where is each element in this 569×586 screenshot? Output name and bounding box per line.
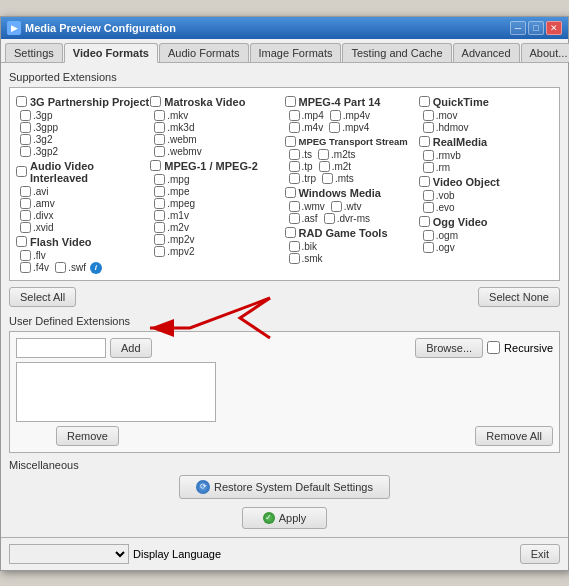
check-swf[interactable]	[55, 262, 66, 273]
close-button[interactable]: ✕	[546, 21, 562, 35]
ext-mk3d: .mk3d	[150, 122, 284, 133]
check-ogv[interactable]	[423, 242, 434, 253]
check-flash-group[interactable]	[16, 236, 27, 247]
check-mpv2[interactable]	[154, 246, 165, 257]
group-video-object: Video Object	[419, 176, 553, 188]
check-ts[interactable]	[289, 149, 300, 160]
check-mpeg-ts-group[interactable]	[285, 136, 296, 147]
check-mk3d[interactable]	[154, 122, 165, 133]
tab-settings[interactable]: Settings	[5, 43, 63, 62]
check-windows-media-group[interactable]	[285, 187, 296, 198]
check-matroska-group[interactable]	[150, 96, 161, 107]
check-f4v[interactable]	[20, 262, 31, 273]
check-smk[interactable]	[289, 253, 300, 264]
check-evo[interactable]	[423, 202, 434, 213]
check-mpv4[interactable]	[329, 122, 340, 133]
tab-advanced[interactable]: Advanced	[453, 43, 520, 62]
check-avi-group[interactable]	[16, 166, 27, 177]
check-mov[interactable]	[423, 110, 434, 121]
check-webm[interactable]	[154, 134, 165, 145]
apply-button[interactable]: ✓ Apply	[242, 507, 328, 529]
check-wmv[interactable]	[289, 201, 300, 212]
swf-info-icon[interactable]: i	[90, 262, 102, 274]
check-rad-group[interactable]	[285, 227, 296, 238]
check-m2v[interactable]	[154, 222, 165, 233]
check-mpeg[interactable]	[154, 198, 165, 209]
check-video-object-group[interactable]	[419, 176, 430, 187]
check-divx[interactable]	[20, 210, 31, 221]
check-3g2[interactable]	[20, 134, 31, 145]
user-defined-area: Add Browse... Recursive Remove Remove Al…	[9, 331, 560, 453]
check-mts[interactable]	[322, 173, 333, 184]
check-ogg-video-group[interactable]	[419, 216, 430, 227]
check-m1v[interactable]	[154, 210, 165, 221]
check-mp4v[interactable]	[330, 110, 341, 121]
restore-button[interactable]: ⟳ Restore System Default Settings	[179, 475, 390, 499]
tab-image-formats[interactable]: Image Formats	[250, 43, 342, 62]
supported-extensions-label: Supported Extensions	[9, 71, 560, 83]
minimize-button[interactable]: ─	[510, 21, 526, 35]
ext-mpeg: .mpeg	[150, 198, 284, 209]
ext-trp: .trp .mts	[285, 173, 419, 184]
check-rmvb[interactable]	[423, 150, 434, 161]
check-quicktime-group[interactable]	[419, 96, 430, 107]
check-m2t[interactable]	[319, 161, 330, 172]
check-avi[interactable]	[20, 186, 31, 197]
tab-testing-cache[interactable]: Testing and Cache	[342, 43, 451, 62]
ext-vob: .vob	[419, 190, 553, 201]
remove-button[interactable]: Remove	[56, 426, 119, 446]
check-vob[interactable]	[423, 190, 434, 201]
ext-col-3: MPEG-4 Part 14 .mp4 .mp4v .m4v .mpv4	[285, 94, 419, 274]
remove-all-button[interactable]: Remove All	[475, 426, 553, 446]
ext-m1v: .m1v	[150, 210, 284, 221]
user-ext-list[interactable]	[16, 362, 216, 422]
check-mpg[interactable]	[154, 174, 165, 185]
check-3gp2[interactable]	[20, 146, 31, 157]
check-realmedia-group[interactable]	[419, 136, 430, 147]
check-trp[interactable]	[289, 173, 300, 184]
check-m2ts[interactable]	[318, 149, 329, 160]
ext-webm: .webm	[150, 134, 284, 145]
check-rm[interactable]	[423, 162, 434, 173]
check-tp[interactable]	[289, 161, 300, 172]
check-amv[interactable]	[20, 198, 31, 209]
ext-evo: .evo	[419, 202, 553, 213]
ext-3g2: .3g2	[16, 134, 150, 145]
check-3gp[interactable]	[20, 110, 31, 121]
check-mp4[interactable]	[289, 110, 300, 121]
check-xvid[interactable]	[20, 222, 31, 233]
group-rad: RAD Game Tools	[285, 227, 419, 239]
check-webmv[interactable]	[154, 146, 165, 157]
check-m4v[interactable]	[289, 122, 300, 133]
browse-button[interactable]: Browse...	[415, 338, 483, 358]
check-mkv[interactable]	[154, 110, 165, 121]
select-all-button[interactable]: Select All	[9, 287, 76, 307]
user-input-row: Add Browse... Recursive	[16, 338, 553, 358]
user-defined-label: User Defined Extensions	[9, 315, 560, 327]
bottom-bar: Display Language Exit	[1, 537, 568, 570]
check-wtv[interactable]	[331, 201, 342, 212]
language-dropdown[interactable]	[9, 544, 129, 564]
maximize-button[interactable]: □	[528, 21, 544, 35]
check-dvr-ms[interactable]	[324, 213, 335, 224]
recursive-checkbox[interactable]	[487, 341, 500, 354]
add-button[interactable]: Add	[110, 338, 152, 358]
check-3g-group[interactable]	[16, 96, 27, 107]
check-hdmov[interactable]	[423, 122, 434, 133]
tab-audio-formats[interactable]: Audio Formats	[159, 43, 249, 62]
check-asf[interactable]	[289, 213, 300, 224]
user-ext-input[interactable]	[16, 338, 106, 358]
tab-video-formats[interactable]: Video Formats	[64, 43, 158, 63]
check-mpe[interactable]	[154, 186, 165, 197]
check-mp2v[interactable]	[154, 234, 165, 245]
group-windows-media: Windows Media	[285, 187, 419, 199]
check-ogm[interactable]	[423, 230, 434, 241]
check-mpeg4-group[interactable]	[285, 96, 296, 107]
check-flv[interactable]	[20, 250, 31, 261]
check-mpeg12-group[interactable]	[150, 160, 161, 171]
exit-button[interactable]: Exit	[520, 544, 560, 564]
check-bik[interactable]	[289, 241, 300, 252]
select-none-button[interactable]: Select None	[478, 287, 560, 307]
tab-about[interactable]: About...	[521, 43, 569, 62]
check-3gpp[interactable]	[20, 122, 31, 133]
